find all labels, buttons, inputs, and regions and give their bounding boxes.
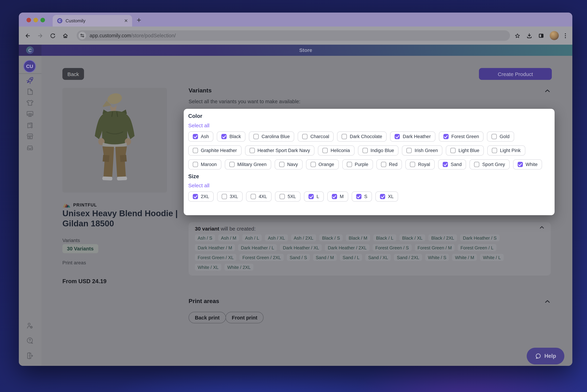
color-option-orange[interactable]: Orange — [306, 160, 339, 170]
sidebar-item-tshirt-icon[interactable] — [26, 99, 34, 107]
checkbox-unchecked-icon[interactable] — [254, 134, 259, 139]
reload-icon[interactable] — [49, 32, 56, 39]
sidebar-item-store-icon[interactable] — [26, 132, 34, 140]
sidebar-item-rocket-icon[interactable] — [26, 76, 34, 85]
checkbox-checked-icon[interactable] — [443, 162, 448, 167]
color-option-light-blue[interactable]: Light Blue — [446, 146, 484, 156]
print-areas-collapse-icon[interactable] — [545, 300, 550, 303]
checkbox-checked-icon[interactable] — [356, 194, 362, 199]
checkbox-unchecked-icon[interactable] — [279, 162, 284, 167]
color-option-irish-green[interactable]: Irish Green — [402, 146, 443, 156]
zoom-window-button[interactable] — [40, 18, 45, 22]
checkbox-unchecked-icon[interactable] — [410, 162, 415, 167]
color-option-maroon[interactable]: Maroon — [188, 160, 221, 170]
profile-avatar[interactable] — [550, 31, 559, 40]
size-option-5xl[interactable]: 5XL — [275, 192, 300, 202]
created-variants-collapse-icon[interactable] — [540, 226, 544, 229]
browser-menu-icon[interactable] — [564, 32, 567, 39]
checkbox-unchecked-icon[interactable] — [381, 162, 386, 167]
checkbox-unchecked-icon[interactable] — [342, 134, 347, 139]
size-option-3xl[interactable]: 3XL — [217, 192, 243, 202]
help-button[interactable]: Help — [527, 348, 564, 364]
account-avatar[interactable]: CU — [23, 60, 36, 72]
checkbox-unchecked-icon[interactable] — [302, 134, 308, 139]
minimize-window-button[interactable] — [33, 18, 38, 22]
color-option-light-pink[interactable]: Light Pink — [488, 146, 525, 156]
create-product-button[interactable]: Create Product — [479, 68, 552, 80]
back-icon[interactable] — [24, 32, 31, 39]
color-option-military-green[interactable]: Military Green — [225, 160, 271, 170]
checkbox-unchecked-icon[interactable] — [229, 162, 235, 167]
color-option-royal[interactable]: Royal — [406, 160, 435, 170]
browser-tab[interactable]: C Customily ✕ — [53, 15, 132, 26]
checkbox-unchecked-icon[interactable] — [492, 134, 497, 139]
checkbox-checked-icon[interactable] — [308, 194, 314, 199]
checkbox-unchecked-icon[interactable] — [249, 148, 255, 153]
color-option-dark-heather[interactable]: Dark Heather — [390, 132, 435, 142]
checkbox-unchecked-icon[interactable] — [193, 148, 198, 153]
color-option-forest-green[interactable]: Forest Green — [439, 132, 484, 142]
home-icon[interactable] — [62, 32, 69, 39]
size-option-m[interactable]: M — [327, 192, 348, 202]
color-option-heather-sport-dark-navy[interactable]: Heather Sport Dark Navy — [245, 146, 315, 156]
sidebar-item-account-settings-icon[interactable] — [26, 322, 34, 330]
checkbox-checked-icon[interactable] — [221, 134, 227, 139]
size-option-2xl[interactable]: 2XL — [188, 192, 214, 202]
checkbox-unchecked-icon[interactable] — [492, 148, 497, 153]
color-option-navy[interactable]: Navy — [275, 160, 303, 170]
color-option-charcoal[interactable]: Charcoal — [298, 132, 334, 142]
checkbox-unchecked-icon[interactable] — [280, 194, 285, 199]
sidebar-item-document-icon[interactable] — [26, 88, 34, 96]
checkbox-unchecked-icon[interactable] — [347, 162, 352, 167]
sidebar-item-inbox-icon[interactable] — [26, 143, 34, 152]
size-select-all-link[interactable]: Select all — [188, 182, 209, 188]
color-option-white[interactable]: White — [513, 160, 542, 170]
size-option-xl[interactable]: XL — [375, 192, 398, 202]
color-option-sport-grey[interactable]: Sport Grey — [470, 160, 510, 170]
checkbox-unchecked-icon[interactable] — [323, 148, 328, 153]
size-option-l[interactable]: L — [304, 192, 324, 202]
color-option-dark-chocolate[interactable]: Dark Chocolate — [337, 132, 387, 142]
new-tab-button[interactable]: + — [137, 16, 141, 25]
sidebar-item-catalog-pages-icon[interactable] — [26, 121, 34, 130]
forward-icon[interactable] — [37, 32, 43, 39]
color-option-graphite-heather[interactable]: Graphite Heather — [188, 146, 241, 156]
checkbox-unchecked-icon[interactable] — [222, 194, 227, 199]
checkbox-unchecked-icon[interactable] — [451, 148, 456, 153]
side-panel-icon[interactable] — [538, 32, 545, 39]
checkbox-checked-icon[interactable] — [395, 134, 400, 139]
front-print-button[interactable]: Front print — [225, 312, 264, 323]
sidebar-item-design-monitor-icon[interactable] — [26, 110, 34, 118]
download-icon[interactable] — [526, 32, 533, 39]
checkbox-checked-icon[interactable] — [332, 194, 337, 199]
url-bar[interactable]: app.customily.com/store/podSelection/ — [77, 30, 510, 41]
checkbox-unchecked-icon[interactable] — [251, 194, 256, 199]
back-print-button[interactable]: Back print — [189, 312, 226, 323]
color-option-indigo-blue[interactable]: Indigo Blue — [358, 146, 399, 156]
color-option-gold[interactable]: Gold — [487, 132, 514, 142]
checkbox-checked-icon[interactable] — [380, 194, 385, 199]
checkbox-unchecked-icon[interactable] — [474, 162, 480, 167]
color-select-all-link[interactable]: Select all — [188, 122, 209, 128]
color-option-heliconia[interactable]: Heliconia — [318, 146, 355, 156]
color-option-purple[interactable]: Purple — [342, 160, 373, 170]
color-option-red[interactable]: Red — [376, 160, 402, 170]
checkbox-unchecked-icon[interactable] — [407, 148, 412, 153]
checkbox-checked-icon[interactable] — [443, 134, 449, 139]
site-settings-icon[interactable] — [78, 32, 86, 40]
sidebar-item-help-icon[interactable] — [26, 336, 34, 345]
tab-close-icon[interactable]: ✕ — [124, 18, 128, 23]
back-button[interactable]: Back — [62, 68, 84, 80]
checkbox-unchecked-icon[interactable] — [363, 148, 368, 153]
bookmark-star-icon[interactable] — [514, 32, 521, 39]
checkbox-unchecked-icon[interactable] — [310, 162, 316, 167]
color-option-ash[interactable]: Ash — [188, 132, 213, 142]
checkbox-checked-icon[interactable] — [193, 194, 198, 199]
color-option-black[interactable]: Black — [217, 132, 246, 142]
close-window-button[interactable] — [26, 18, 31, 22]
color-option-carolina-blue[interactable]: Carolina Blue — [249, 132, 294, 142]
variants-collapse-icon[interactable] — [545, 89, 550, 92]
checkbox-checked-icon[interactable] — [518, 162, 523, 167]
checkbox-checked-icon[interactable] — [193, 134, 198, 139]
size-option-4xl[interactable]: 4XL — [246, 192, 272, 202]
